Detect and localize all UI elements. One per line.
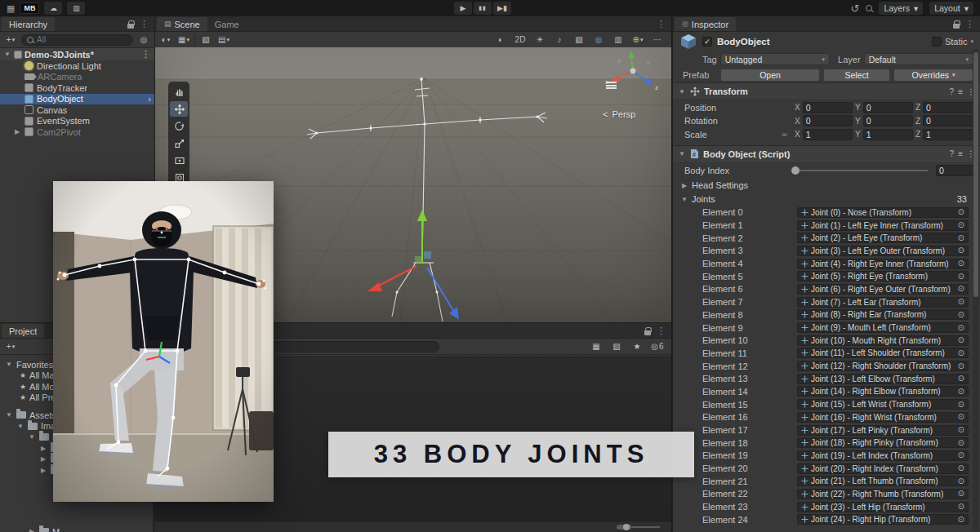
- layers-dropdown[interactable]: Layers ▾: [879, 2, 923, 15]
- joint-object-field[interactable]: Joint (20) - Right Index (Transform) ⊙: [797, 463, 969, 474]
- presets-icon[interactable]: ≡: [958, 149, 963, 158]
- object-picker-icon[interactable]: ⊙: [958, 375, 964, 383]
- lock-icon[interactable]: [644, 330, 651, 335]
- constrain-proportions-icon[interactable]: ∞: [782, 131, 787, 139]
- gizmos-dropdown[interactable]: ⊕▾: [630, 33, 645, 46]
- joint-object-field[interactable]: Joint (12) - Right Shoulder (Transform) …: [797, 361, 969, 371]
- panel-menu-icon[interactable]: ⋮: [657, 326, 666, 335]
- tab-scene[interactable]: ▤ Scene: [157, 17, 207, 31]
- joint-element-row[interactable]: Element 11 Joint (11) - Left Shoulder (T…: [673, 347, 980, 360]
- object-picker-icon[interactable]: ⊙: [958, 477, 964, 485]
- scrollbar-thumb[interactable]: [973, 52, 978, 297]
- hidden-count-icon[interactable]: ◎ 6: [650, 340, 665, 352]
- search-by-label-icon[interactable]: ▧: [609, 340, 624, 352]
- body-index-slider[interactable]: [792, 170, 928, 171]
- joint-element-row[interactable]: Element 10 Joint (10) - Mouth Right (Tra…: [673, 334, 980, 347]
- joint-object-field[interactable]: Joint (24) - Right Hip (Transform) ⊙: [797, 514, 969, 525]
- joint-object-field[interactable]: Joint (2) - Left Eye (Transform) ⊙: [797, 233, 969, 243]
- joint-element-row[interactable]: Element 24 Joint (24) - Right Hip (Trans…: [673, 513, 980, 526]
- rect-tool[interactable]: [170, 153, 188, 168]
- project-search-input[interactable]: [267, 342, 434, 351]
- joint-object-field[interactable]: Joint (5) - Right Eye (Transform) ⊙: [797, 271, 969, 282]
- folder-row[interactable]: ▶M...: [0, 526, 153, 532]
- hand-tool[interactable]: [170, 84, 188, 100]
- slider-knob[interactable]: [623, 524, 630, 530]
- joint-element-row[interactable]: Element 23 Joint (23) - Left Hip (Transf…: [673, 500, 980, 513]
- hierarchy-search-input[interactable]: [37, 35, 127, 44]
- object-picker-icon[interactable]: ⊙: [958, 362, 964, 370]
- layout-dropdown[interactable]: Layout ▾: [929, 2, 973, 15]
- panel-menu-icon[interactable]: ⋮: [965, 20, 974, 29]
- rotation-y-field[interactable]: [863, 115, 913, 126]
- joint-element-row[interactable]: Element 3 Joint (3) - Left Eye Outer (Tr…: [673, 245, 980, 258]
- joint-object-field[interactable]: Joint (21) - Left Thumb (Transform) ⊙: [797, 476, 969, 486]
- step-button[interactable]: ▶▮: [493, 2, 511, 15]
- static-toggle[interactable]: Static ▾: [932, 37, 973, 47]
- 2d-toggle[interactable]: 2D: [513, 33, 528, 46]
- perspective-label[interactable]: < Persp: [603, 109, 635, 119]
- object-picker-icon[interactable]: ⊙: [958, 413, 964, 421]
- more-icon[interactable]: ⋯: [650, 33, 665, 46]
- rotation-x-field[interactable]: [803, 115, 853, 126]
- object-picker-icon[interactable]: ⊙: [958, 259, 964, 268]
- object-picker-icon[interactable]: ⊙: [958, 221, 964, 229]
- foldout-icon[interactable]: ▼: [678, 88, 686, 95]
- joint-element-row[interactable]: Element 8 Joint (8) - Right Ear (Transfo…: [673, 308, 980, 321]
- joint-element-row[interactable]: Element 6 Joint (6) - Right Eye Outer (T…: [673, 283, 980, 296]
- position-z-field[interactable]: [923, 102, 973, 113]
- prefab-open-arrow[interactable]: ›: [148, 94, 151, 104]
- joint-object-field[interactable]: Joint (4) - Right Eye Inner (Transform) …: [797, 259, 969, 269]
- panel-menu-icon[interactable]: ⋮: [140, 20, 149, 29]
- prefab-select-button[interactable]: Select: [823, 69, 890, 82]
- object-picker-icon[interactable]: ⊙: [958, 490, 964, 498]
- scene-root-row[interactable]: ▼ Demo-3DJoints* ⋮: [0, 48, 154, 60]
- body-object-script-header[interactable]: ▼ # Body Object (Script) ? ≡ ⋮: [673, 145, 980, 163]
- body-index-value-field[interactable]: [936, 165, 973, 176]
- project-search[interactable]: [252, 341, 439, 352]
- snap-toggle[interactable]: ▧: [198, 33, 213, 46]
- transform-component-header[interactable]: ▼ Transform ? ≡ ⋮: [673, 82, 980, 100]
- scene-menu-icon[interactable]: ⋮: [141, 50, 150, 59]
- joint-object-field[interactable]: Joint (11) - Left Shoulder (Transform) ⊙: [797, 348, 969, 358]
- hierarchy-item-arcamera[interactable]: ARCamera: [0, 72, 154, 83]
- object-picker-icon[interactable]: ⊙: [958, 388, 964, 396]
- scene-visibility-icon[interactable]: ◎: [136, 33, 151, 46]
- object-picker-icon[interactable]: ⊙: [958, 503, 964, 511]
- joint-object-field[interactable]: Joint (15) - Left Wrist (Transform) ⊙: [797, 399, 969, 410]
- shading-mode-dropdown[interactable]: ◐▾: [158, 33, 173, 46]
- joint-element-row[interactable]: Element 20 Joint (20) - Right Index (Tra…: [673, 462, 980, 475]
- account-badge[interactable]: MB: [20, 2, 39, 14]
- scene-lighting-icon[interactable]: ☀: [532, 33, 547, 46]
- scale-tool[interactable]: [170, 135, 188, 151]
- joint-object-field[interactable]: Joint (3) - Left Eye Outer (Transform) ⊙: [797, 246, 969, 256]
- create-button[interactable]: + ▾: [3, 33, 18, 46]
- help-icon[interactable]: ?: [950, 149, 955, 158]
- foldout-icon[interactable]: ▼: [5, 411, 13, 419]
- hierarchy-item-directional-light[interactable]: Directional Light: [0, 60, 154, 72]
- object-picker-icon[interactable]: ⊙: [958, 349, 964, 357]
- object-picker-icon[interactable]: ⊙: [958, 439, 964, 447]
- scale-x-field[interactable]: [803, 129, 853, 140]
- draw-mode-dropdown[interactable]: ▦▾: [176, 33, 191, 46]
- joint-element-row[interactable]: Element 12 Joint (12) - Right Shoulder (…: [673, 360, 980, 373]
- joint-element-row[interactable]: Element 9 Joint (9) - Mouth Left (Transf…: [673, 321, 980, 335]
- joint-element-row[interactable]: Element 0 Joint (0) - Nose (Transform) ⊙: [673, 206, 980, 219]
- joint-element-row[interactable]: Element 14 Joint (14) - Right Elbow (Tra…: [673, 385, 980, 398]
- joint-object-field[interactable]: Joint (13) - Left Elbow (Transform) ⊙: [797, 374, 969, 384]
- joint-element-row[interactable]: Element 22 Joint (22) - Right Thumb (Tra…: [673, 488, 980, 501]
- object-picker-icon[interactable]: ⊙: [958, 401, 964, 409]
- joint-element-row[interactable]: Element 21 Joint (21) - Left Thumb (Tran…: [673, 475, 980, 488]
- scene-visibility-icon[interactable]: ◎: [591, 33, 606, 46]
- static-checkbox[interactable]: [932, 37, 942, 47]
- panel-menu-icon[interactable]: ⋮: [657, 20, 666, 29]
- camera-overlay-icon[interactable]: ▥: [611, 33, 626, 46]
- rotation-z-field[interactable]: [923, 115, 973, 126]
- inspector-scrollbar[interactable]: [973, 49, 979, 530]
- hierarchy-item-cam2pivot[interactable]: ▶ Cam2Pivot: [0, 126, 154, 138]
- active-checkbox[interactable]: ✓: [702, 37, 712, 47]
- joint-object-field[interactable]: Joint (10) - Mouth Right (Transform) ⊙: [797, 335, 969, 346]
- joint-object-field[interactable]: Joint (7) - Left Ear (Transform) ⊙: [797, 297, 969, 308]
- foldout-icon[interactable]: ▶: [39, 467, 47, 474]
- foldout-icon[interactable]: ▼: [678, 150, 686, 157]
- undo-history-icon[interactable]: ↺: [850, 3, 859, 14]
